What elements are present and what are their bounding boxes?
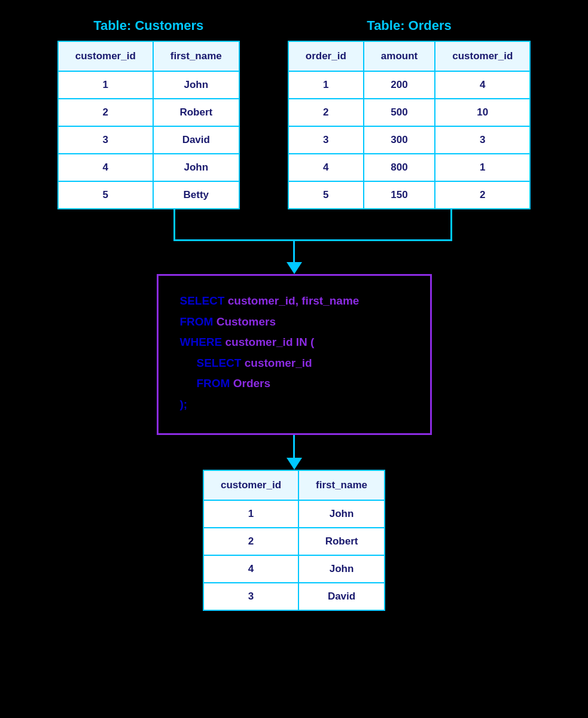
result-table: customer_id first_name 1John2Robert4John… — [203, 470, 385, 611]
query-box: SELECT customer_id, first_name FROM Cust… — [157, 274, 432, 435]
table-row: 3David — [58, 126, 239, 154]
table-cell: 4 — [203, 555, 298, 583]
kw-from-2: FROM — [197, 377, 230, 390]
table-cell: 3 — [203, 583, 298, 610]
table-cell: Robert — [298, 528, 385, 555]
query-line-5: FROM Orders — [180, 375, 409, 393]
kw-closing: ); — [180, 398, 188, 410]
right-vertical-line — [450, 209, 452, 239]
table-row: 51502 — [288, 181, 531, 209]
table-cell: 2 — [435, 181, 530, 209]
table-row: 33003 — [288, 126, 531, 154]
result-col-first-name: first_name — [298, 470, 385, 500]
orders-header-row: order_id amount customer_id — [288, 41, 531, 71]
customers-col-first-name: first_name — [153, 41, 239, 71]
table-cell: Betty — [153, 181, 239, 209]
table-cell: 1 — [203, 500, 298, 528]
table-cell: 10 — [435, 99, 530, 126]
table-cell: 4 — [435, 71, 530, 99]
table-row: 1John — [58, 71, 239, 99]
table-cell: 200 — [364, 71, 435, 99]
table-cell: 800 — [364, 154, 435, 181]
center-vertical-line-2 — [293, 435, 295, 458]
kw-from-1: FROM — [180, 315, 214, 328]
orders-table-container: Table: Orders order_id amount customer_i… — [288, 18, 531, 209]
horizontal-connector — [173, 239, 452, 241]
tables-to-query-connector — [85, 209, 504, 239]
table-row: 2Robert — [58, 99, 239, 126]
table-cell: 2 — [203, 528, 298, 555]
table-cell: 1 — [435, 154, 530, 181]
query-fields: customer_id, first_name — [224, 294, 359, 307]
orders-table-title: Table: Orders — [367, 18, 451, 34]
query-line-6: ); — [180, 396, 409, 413]
customers-table: customer_id first_name 1John2Robert3Davi… — [57, 41, 240, 209]
table-cell: David — [298, 583, 385, 610]
table-cell: 150 — [364, 181, 435, 209]
table-cell: 3 — [58, 126, 153, 154]
table-cell: John — [153, 154, 239, 181]
result-col-customer-id: customer_id — [203, 470, 298, 500]
table-row: 48001 — [288, 154, 531, 181]
table-row: 3David — [203, 583, 385, 610]
left-vertical-line — [173, 209, 175, 239]
table-cell: 2 — [58, 99, 153, 126]
table-row: 4John — [58, 154, 239, 181]
orders-table: order_id amount customer_id 120042500103… — [288, 41, 531, 209]
customers-col-customer-id: customer_id — [58, 41, 153, 71]
table-cell: 1 — [288, 71, 364, 99]
table-cell: 4 — [288, 154, 364, 181]
table-row: 250010 — [288, 99, 531, 126]
table-cell: Robert — [153, 99, 239, 126]
arrow-down-2 — [287, 458, 302, 470]
query-line-2: FROM Customers — [180, 314, 409, 331]
table-row: 5Betty — [58, 181, 239, 209]
customers-table-title: Table: Customers — [93, 18, 203, 34]
table-row: 1John — [203, 500, 385, 528]
table-cell: David — [153, 126, 239, 154]
query-line-3: WHERE customer_id IN ( — [180, 334, 409, 351]
table-cell: 3 — [288, 126, 364, 154]
table-row: 2Robert — [203, 528, 385, 555]
table-row: 12004 — [288, 71, 531, 99]
top-tables-row: Table: Customers customer_id first_name … — [12, 18, 576, 209]
result-header-row: customer_id first_name — [203, 470, 385, 500]
result-section: customer_id first_name 1John2Robert4John… — [203, 470, 385, 611]
kw-where: WHERE — [180, 336, 223, 348]
orders-col-customer-id: customer_id — [435, 41, 530, 71]
orders-col-order-id: order_id — [288, 41, 364, 71]
orders-col-amount: amount — [364, 41, 435, 71]
query-from-2: Orders — [230, 377, 270, 390]
table-cell: 300 — [364, 126, 435, 154]
customers-header-row: customer_id first_name — [58, 41, 239, 71]
customers-table-container: Table: Customers customer_id first_name … — [57, 18, 240, 209]
query-where: customer_id IN ( — [222, 336, 314, 348]
table-cell: 1 — [58, 71, 153, 99]
query-subfield: customer_id — [241, 357, 312, 369]
table-cell: 5 — [288, 181, 364, 209]
table-cell: 2 — [288, 99, 364, 126]
query-from-1: Customers — [213, 315, 276, 328]
kw-select-2: SELECT — [197, 357, 242, 369]
table-cell: 4 — [58, 154, 153, 181]
main-flow: Table: Customers customer_id first_name … — [12, 18, 576, 611]
table-cell: John — [298, 500, 385, 528]
table-cell: 500 — [364, 99, 435, 126]
table-cell: 3 — [435, 126, 530, 154]
table-cell: John — [298, 555, 385, 583]
query-line-4: SELECT customer_id — [180, 355, 409, 372]
center-vertical-line — [293, 239, 295, 262]
table-cell: 5 — [58, 181, 153, 209]
kw-select-1: SELECT — [180, 294, 225, 307]
arrow-down-1 — [287, 262, 302, 274]
table-row: 4John — [203, 555, 385, 583]
query-line-1: SELECT customer_id, first_name — [180, 293, 409, 310]
table-cell: John — [153, 71, 239, 99]
